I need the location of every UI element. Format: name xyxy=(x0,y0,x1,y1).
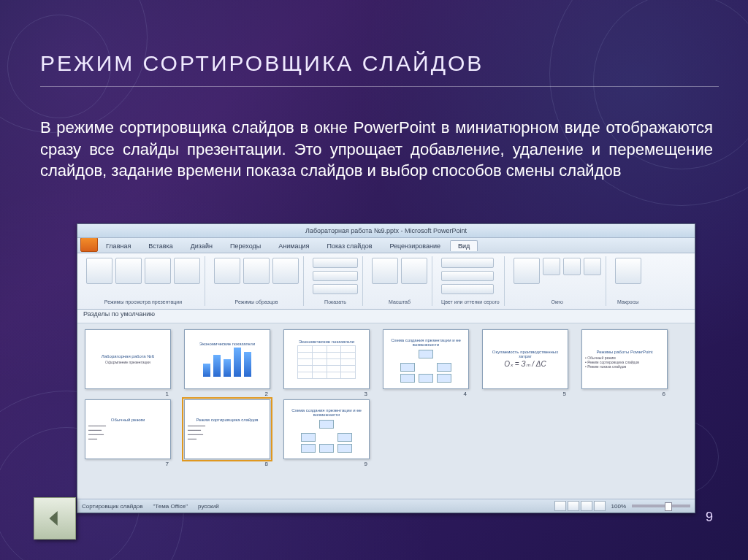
ribbon-tab-переходы[interactable]: Переходы xyxy=(222,240,269,251)
ribbon-tab-показ-слайдов[interactable]: Показ слайдов xyxy=(318,240,380,251)
status-view-mode: Сортировщик слайдов xyxy=(82,503,143,510)
ribbon-group-label: Показать xyxy=(313,299,358,304)
thumb-number: 7 xyxy=(166,461,169,467)
arrange-all-button[interactable] xyxy=(543,258,560,275)
thumb-number: 2 xyxy=(265,391,268,397)
color-option[interactable] xyxy=(441,258,494,268)
slide-thumbnail[interactable]: Схема создания презентации и ее возможно… xyxy=(383,329,469,389)
thumb-number: 4 xyxy=(464,391,467,397)
zoom-slider-thumb[interactable] xyxy=(665,502,672,511)
zoom-percentage[interactable]: 100% xyxy=(611,503,626,510)
view-shortcut-icons[interactable] xyxy=(554,501,606,511)
ribbon-group-color: Цвет или оттенки серого xyxy=(437,256,505,306)
thumb-title: Лабораторная работа №6 xyxy=(102,354,154,358)
notes-page-view-button[interactable] xyxy=(145,258,171,284)
cascade-button[interactable] xyxy=(563,258,581,275)
slide-title: РЕЖИМ СОРТИРОВЩИКА СЛАЙДОВ xyxy=(40,51,708,76)
status-theme: "Тема Office" xyxy=(153,503,188,510)
thumb-title: Схема создания презентации и ее возможно… xyxy=(287,408,366,417)
ribbon-group-macros: Макросы xyxy=(611,256,646,306)
thumb-number: 8 xyxy=(265,461,268,467)
thumb-text: ━━━━━━━━━━━━━━━━━━━━━━━━━ xyxy=(88,423,167,441)
ribbon-group-label: Цвет или оттенки серого xyxy=(441,299,500,304)
slide-sorter-pane[interactable]: Лабораторная работа №6Оформление презент… xyxy=(77,323,695,499)
zoom-slider[interactable] xyxy=(632,505,690,507)
thumb-number: 1 xyxy=(166,391,169,397)
slide-master-button[interactable] xyxy=(214,258,240,284)
powerpoint-window-screenshot: Лабораторная работа №9.pptx - Microsoft … xyxy=(77,223,695,513)
ppt-window-title: Лабораторная работа №9.pptx - Microsoft … xyxy=(305,227,467,234)
slide-thumbnail[interactable]: Режимы работы PowerPoint• Обычный режим•… xyxy=(581,329,668,389)
slide-sorter-view-button[interactable] xyxy=(115,258,142,284)
thumb-title: Схема создания презентации и ее возможно… xyxy=(386,338,465,347)
presentation-slide: РЕЖИМ СОРТИРОВЩИКА СЛАЙДОВ В режиме сорт… xyxy=(0,0,748,560)
slide-thumbnail[interactable]: Экономические показатели3 xyxy=(283,329,370,389)
file-tab-button[interactable] xyxy=(80,237,98,252)
ribbon-group-label: Окно xyxy=(514,299,601,304)
ribbon-tab-главная[interactable]: Главная xyxy=(98,240,139,251)
thumb-title: Режим сортировщика слайдов xyxy=(196,418,259,422)
normal-view-icon[interactable] xyxy=(554,501,566,511)
macros-button[interactable] xyxy=(615,258,641,284)
thumb-title: Экономические показатели xyxy=(299,340,354,344)
ppt-titlebar: Лабораторная работа №9.pptx - Microsoft … xyxy=(77,224,695,238)
ribbon-group-window: Окно xyxy=(509,256,606,306)
normal-view-button[interactable] xyxy=(86,258,112,284)
ribbon-group-label: Режимы просмотра презентации xyxy=(86,299,200,304)
ppt-section-bar[interactable]: Разделы по умолчанию xyxy=(77,310,695,323)
thumb-title: Экономические показатели xyxy=(199,342,255,346)
thumb-title: Обычный режим xyxy=(111,418,145,422)
ribbon-group-label: Режимы образцов xyxy=(214,299,299,304)
ppt-status-bar: Сортировщик слайдов "Тема Office" русски… xyxy=(77,499,695,513)
ribbon-tab-анимация[interactable]: Анимация xyxy=(270,240,317,251)
thumb-diagram xyxy=(297,418,356,451)
thumb-number: 9 xyxy=(365,461,367,467)
page-number: 9 xyxy=(706,510,713,525)
thumb-chart xyxy=(202,348,253,377)
back-button[interactable] xyxy=(34,497,76,540)
new-window-button[interactable] xyxy=(514,258,540,284)
switch-windows-button[interactable] xyxy=(584,258,601,275)
thumb-table xyxy=(297,345,356,379)
reading-view-icon[interactable] xyxy=(581,501,592,511)
fit-to-window-button[interactable] xyxy=(401,258,427,284)
ppt-ribbon-tabs: ГлавнаяВставкаДизайнПереходыАнимацияПока… xyxy=(77,238,695,253)
ribbon-tab-дизайн[interactable]: Дизайн xyxy=(183,240,221,251)
ruler-checkbox[interactable] xyxy=(313,258,358,268)
status-language: русский xyxy=(198,503,219,510)
thumb-number: 6 xyxy=(663,391,665,397)
sorter-view-icon[interactable] xyxy=(568,501,579,511)
thumb-subtitle: Оформление презентации xyxy=(105,360,150,364)
ribbon-group-masters: Режимы образцов xyxy=(210,256,304,306)
slide-thumbnail[interactable]: Схема создания презентации и ее возможно… xyxy=(283,399,370,459)
guides-checkbox[interactable] xyxy=(313,284,358,294)
thumb-number: 5 xyxy=(563,391,566,397)
title-underline xyxy=(40,86,719,87)
slide-thumbnail[interactable]: Лабораторная работа №6Оформление презент… xyxy=(85,329,171,389)
ribbon-group-label: Макросы xyxy=(615,299,641,304)
ribbon-tab-рецензирование[interactable]: Рецензирование xyxy=(381,240,449,251)
handout-master-button[interactable] xyxy=(243,258,270,284)
thumb-diagram xyxy=(397,348,455,381)
slideshow-view-icon[interactable] xyxy=(594,501,606,511)
thumb-text: ━━━━━━━━━━━━━━━━━━━━━━━━━ xyxy=(188,423,267,441)
thumb-formula: Oₓ = Зₘ / ΔC xyxy=(504,360,546,369)
slide-thumbnail[interactable]: Экономические показатели2 xyxy=(184,329,270,389)
slide-thumbnail[interactable]: Режим сортировщика слайдов━━━━━━━━━━━━━━… xyxy=(184,399,270,459)
thumb-title: Режимы работы PowerPoint xyxy=(596,350,652,354)
slide-thumbnail[interactable]: Окупаемость производственных затратOₓ = … xyxy=(482,329,568,389)
reading-view-button[interactable] xyxy=(174,258,200,284)
ppt-ribbon: Режимы просмотра презентации Режимы обра… xyxy=(77,253,695,310)
sorter-row: Лабораторная работа №6Оформление презент… xyxy=(85,329,687,389)
thumb-list: • Обычный режим• Режим сортировщика слай… xyxy=(585,356,664,369)
bw-option[interactable] xyxy=(441,284,494,294)
grayscale-option[interactable] xyxy=(441,271,494,281)
sorter-row: Обычный режим━━━━━━━━━━━━━━━━━━━━━━━━━7Р… xyxy=(85,399,687,459)
ribbon-tab-вставка[interactable]: Вставка xyxy=(140,240,180,251)
gridlines-checkbox[interactable] xyxy=(313,271,358,281)
notes-master-button[interactable] xyxy=(272,258,299,284)
zoom-button[interactable] xyxy=(372,258,398,284)
ribbon-tab-вид[interactable]: Вид xyxy=(450,240,478,251)
slide-thumbnail[interactable]: Обычный режим━━━━━━━━━━━━━━━━━━━━━━━━━7 xyxy=(85,399,171,459)
back-arrow-icon xyxy=(44,507,66,529)
